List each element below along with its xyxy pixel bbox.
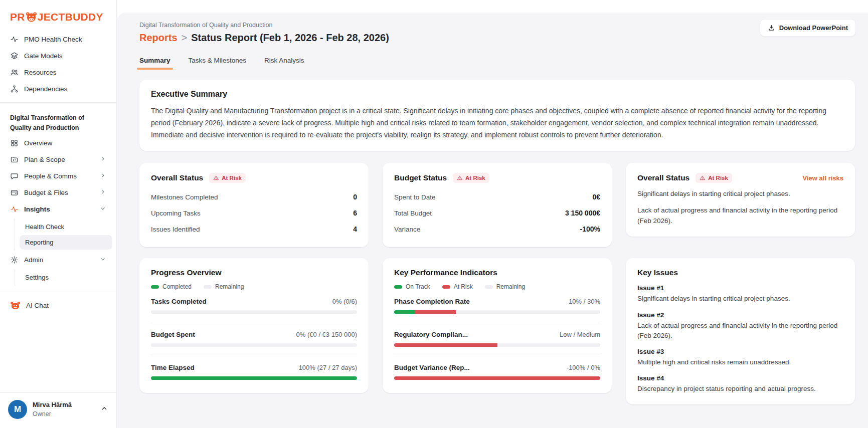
logo-text-post: JECTBUDDY [38, 11, 103, 23]
issue-text: Multiple high and critical risks remain … [637, 357, 843, 367]
warning-icon [213, 175, 219, 181]
main-area: Download PowerPoint Digital Transformati… [117, 0, 868, 428]
progress-bar [151, 343, 357, 347]
bar-segment [151, 376, 357, 380]
download-powerpoint-button[interactable]: Download PowerPoint [760, 19, 856, 37]
key-issues-card: Key Issues Issue #1 Significant delays i… [626, 258, 855, 404]
sidebar-item-overview[interactable]: Overview [0, 135, 116, 151]
app-root: PR JECTBUDDY PMO Health Check Gate Model… [0, 0, 868, 428]
hierarchy-icon [10, 85, 19, 93]
avatar: M [8, 400, 27, 419]
sidebar-item-people-comms[interactable]: People & Comms [0, 168, 116, 184]
logo-text-pre: PR [10, 11, 25, 23]
legend-item: Remaining [204, 283, 244, 290]
progress-label: Budget Spent [151, 331, 195, 338]
kpi-bar [394, 310, 600, 314]
sidebar: PR JECTBUDDY PMO Health Check Gate Model… [0, 0, 117, 428]
stat-row: Total Budget 3 150 000€ [394, 205, 600, 221]
risk-paragraph: Lack of actual progress and financial ac… [637, 205, 843, 227]
tab-tasks-milestones[interactable]: Tasks & Milestones [189, 57, 247, 70]
insights-subnav: Health Check Reporting [15, 219, 112, 251]
card-title: Budget Status [394, 173, 447, 182]
sidebar-item-label: Plan & Scope [24, 156, 65, 163]
sidebar-item-ai-chat[interactable]: AI Chat [0, 297, 116, 314]
sidebar-item-label: Budget & Files [24, 189, 68, 196]
kpi-label: Budget Variance (Rep... [394, 364, 470, 371]
stat-value: 0€ [592, 193, 600, 201]
issue-title: Issue #4 [637, 374, 843, 382]
badge-label: At Risk [465, 175, 485, 181]
tab-risk-analysis[interactable]: Risk Analysis [264, 57, 304, 70]
stat-value: -100% [580, 225, 600, 233]
sidebar-item-plan-scope[interactable]: Plan & Scope [0, 151, 116, 168]
stat-value: 0 [353, 193, 357, 201]
issue-item: Issue #4 Discrepancy in project status r… [637, 374, 843, 394]
legend-swatch [204, 285, 212, 289]
sidebar-item-gate-models[interactable]: Gate Models [0, 48, 116, 64]
card-title: Overall Status [637, 173, 689, 182]
issue-text: Significant delays in starting critical … [637, 294, 843, 304]
issue-item: Issue #1 Significant delays in starting … [637, 284, 843, 304]
cards-grid: Overall Status At Risk Milestones Comple… [139, 163, 855, 404]
user-card[interactable]: M Mirva Härmä Owner [0, 392, 116, 428]
sidebar-item-dependencies[interactable]: Dependencies [0, 81, 116, 97]
kpi-label: Regulatory Complian... [394, 331, 468, 338]
at-risk-badge: At Risk [209, 173, 246, 183]
sidebar-subitem-health-check[interactable]: Health Check [20, 220, 112, 234]
risk-summary-card: Overall Status At Risk View all risks Si… [626, 163, 855, 237]
sidebar-subitem-reporting[interactable]: Reporting [20, 235, 112, 250]
risk-paragraph: Significant delays in starting critical … [637, 189, 843, 199]
progress-bar [151, 376, 357, 380]
sidebar-subitem-settings[interactable]: Settings [20, 270, 112, 285]
legend-label: On Track [406, 283, 430, 290]
kpi-value: Low / Medium [560, 331, 600, 338]
legend-swatch [151, 285, 159, 289]
users-icon [10, 68, 19, 77]
stat-value: 3 150 000€ [565, 209, 600, 217]
gear-icon [10, 256, 19, 264]
stat-label: Variance [394, 226, 420, 233]
view-all-risks-link[interactable]: View all risks [803, 174, 843, 182]
sidebar-item-budget-files[interactable]: Budget & Files [0, 184, 116, 201]
progress-row: Budget Spent 0% (€0 / €3 150 000) [151, 323, 357, 356]
progress-label: Time Elapsed [151, 364, 195, 371]
sidebar-item-insights[interactable]: Insights [0, 201, 116, 218]
stat-label: Upcoming Tasks [151, 209, 201, 217]
warning-icon [700, 175, 706, 181]
at-risk-badge: At Risk [696, 173, 732, 183]
bar-segment [394, 343, 497, 347]
folder-icon [10, 155, 19, 164]
kpi-label: Phase Completion Rate [394, 298, 470, 305]
executive-summary-body: The Digital Quality and Manufacturing Tr… [151, 105, 843, 141]
card-title: Progress Overview [151, 268, 221, 277]
legend-label: Remaining [215, 283, 244, 290]
sidebar-item-pmo-health-check[interactable]: PMO Health Check [0, 31, 116, 48]
issue-item: Issue #3 Multiple high and critical risk… [637, 348, 843, 367]
reports-link[interactable]: Reports [139, 32, 178, 43]
progress-value: 0% (0/6) [332, 298, 357, 305]
sidebar-item-admin[interactable]: Admin [0, 252, 116, 268]
admin-subnav: Settings [15, 269, 112, 286]
executive-summary-card: Executive Summary The Digital Quality an… [139, 80, 855, 151]
stat-row: Milestones Completed 0 [151, 189, 357, 205]
user-role: Owner [33, 409, 72, 418]
kpi-bar [394, 376, 600, 380]
issue-item: Issue #2 Lack of actual progress and fin… [637, 311, 843, 341]
page-title: Reports>Status Report (Feb 1, 2026 - Feb… [139, 32, 855, 44]
report-title: Status Report (Feb 1, 2026 - Feb 28, 202… [191, 32, 389, 43]
wallet-icon [10, 188, 19, 197]
progress-value: 0% (€0 / €3 150 000) [296, 331, 357, 338]
legend-label: At Risk [454, 283, 473, 290]
legend-swatch [442, 285, 450, 289]
sidebar-item-resources[interactable]: Resources [0, 64, 116, 81]
message-icon [10, 172, 19, 180]
kpi-row: Regulatory Complian... Low / Medium [394, 323, 600, 356]
legend: On Track At Risk Remaining [394, 283, 600, 290]
layers-icon [10, 52, 19, 60]
logo[interactable]: PR JECTBUDDY [0, 7, 116, 31]
user-meta: Mirva Härmä Owner [33, 400, 72, 419]
stat-label: Spent to Date [394, 193, 436, 201]
tab-summary[interactable]: Summary [139, 57, 170, 70]
sidebar-item-label: AI Chat [26, 302, 49, 309]
issue-text: Discrepancy in project status reporting … [637, 384, 843, 394]
